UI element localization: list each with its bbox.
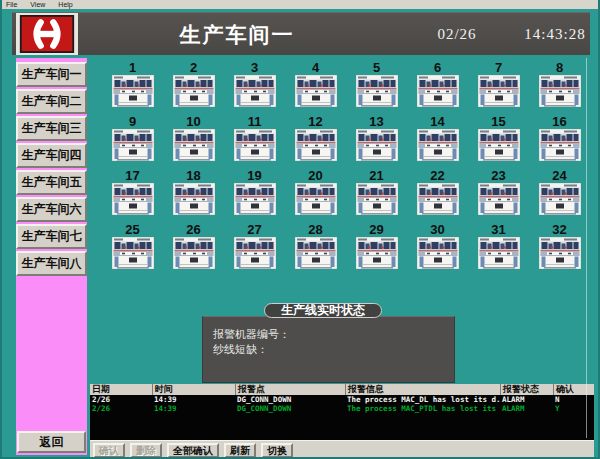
- alarm-row[interactable]: 2/26 14:39 DG_CONN_DOWN The process MAC_…: [90, 404, 594, 413]
- knitting-machine-icon: [234, 75, 276, 107]
- machine-number: 19: [247, 169, 261, 183]
- sidebar-item-workshop[interactable]: 生产车间八: [16, 251, 87, 276]
- sidebar-item-workshop[interactable]: 生产车间四: [16, 143, 87, 168]
- machine-cell[interactable]: 10: [163, 115, 224, 169]
- alarm-time-cell: 14:39: [152, 404, 235, 413]
- knitting-machine-icon: [295, 75, 337, 107]
- knitting-machine-icon: [234, 237, 276, 269]
- knitting-machine-icon: [539, 75, 581, 107]
- alarm-date-cell: 2/26: [90, 395, 152, 404]
- machine-cell[interactable]: 22: [407, 169, 468, 223]
- machine-cell[interactable]: 8: [529, 61, 590, 115]
- alarm-ack-cell: Y: [553, 404, 594, 413]
- machine-cell[interactable]: 27: [224, 223, 285, 277]
- menu-item[interactable]: File: [6, 0, 17, 9]
- machine-cell[interactable]: 12: [285, 115, 346, 169]
- alarm-status-cell: ALARM: [500, 395, 553, 404]
- alarm-point-cell: DG_CONN_DOWN: [235, 395, 345, 404]
- knitting-machine-icon: [539, 237, 581, 269]
- alarm-time-cell: 14:39: [152, 395, 235, 404]
- machine-cell[interactable]: 2: [163, 61, 224, 115]
- sidebar-item-workshop[interactable]: 生产车间一: [16, 62, 87, 87]
- machine-number: 14: [430, 115, 444, 129]
- alarm-column-header: 报警状态: [500, 384, 553, 395]
- machine-cell[interactable]: 25: [102, 223, 163, 277]
- machine-cell[interactable]: 11: [224, 115, 285, 169]
- alarm-table-body: 2/26 14:39 DG_CONN_DOWN The process MAC_…: [90, 395, 594, 440]
- machine-cell[interactable]: 9: [102, 115, 163, 169]
- knitting-machine-icon: [234, 183, 276, 215]
- machine-cell[interactable]: 20: [285, 169, 346, 223]
- machine-cell[interactable]: 30: [407, 223, 468, 277]
- machine-cell[interactable]: 13: [346, 115, 407, 169]
- machine-cell[interactable]: 1: [102, 61, 163, 115]
- menubar: FileViewHelp: [2, 0, 598, 9]
- machine-cell[interactable]: 3: [224, 61, 285, 115]
- machine-cell[interactable]: 29: [346, 223, 407, 277]
- knitting-machine-icon: [417, 75, 459, 107]
- machine-number: 4: [312, 61, 319, 75]
- machine-cell[interactable]: 16: [529, 115, 590, 169]
- brand-logo-icon: [16, 13, 78, 55]
- toolbar-button[interactable]: 切换: [261, 443, 293, 458]
- machine-cell[interactable]: 17: [102, 169, 163, 223]
- machine-number: 20: [308, 169, 322, 183]
- machine-number: 25: [125, 223, 139, 237]
- knitting-machine-icon: [478, 183, 520, 215]
- toolbar-button[interactable]: 删除: [130, 443, 162, 458]
- alarm-point-cell: DG_CONN_DOWN: [235, 404, 345, 413]
- machine-cell[interactable]: 32: [529, 223, 590, 277]
- toolbar-button[interactable]: 刷新: [224, 443, 256, 458]
- knitting-machine-icon: [356, 129, 398, 161]
- status-line: 纱线短缺：: [213, 342, 454, 357]
- machine-cell[interactable]: 21: [346, 169, 407, 223]
- toolbar-button[interactable]: 确认: [93, 443, 125, 458]
- alarm-ack-cell: N: [553, 395, 594, 404]
- machine-cell[interactable]: 26: [163, 223, 224, 277]
- alarm-message-cell: The process MAC_DL has lost its d..: [345, 395, 500, 404]
- machine-cell[interactable]: 14: [407, 115, 468, 169]
- machine-cell[interactable]: 24: [529, 169, 590, 223]
- machine-number: 15: [491, 115, 505, 129]
- machine-cell[interactable]: 4: [285, 61, 346, 115]
- knitting-machine-icon: [295, 183, 337, 215]
- alarm-column-header: 日期: [90, 384, 152, 395]
- machine-number: 16: [552, 115, 566, 129]
- alarm-date-cell: 2/26: [90, 404, 152, 413]
- alarm-row[interactable]: 2/26 14:39 DG_CONN_DOWN The process MAC_…: [90, 395, 594, 404]
- machine-number: 6: [434, 61, 441, 75]
- toolbar-button[interactable]: 全部确认: [167, 443, 219, 458]
- alarm-column-header: 报警点: [235, 384, 345, 395]
- machine-number: 22: [430, 169, 444, 183]
- machine-number: 17: [125, 169, 139, 183]
- knitting-machine-icon: [173, 129, 215, 161]
- knitting-machine-icon: [478, 75, 520, 107]
- machine-cell[interactable]: 7: [468, 61, 529, 115]
- sidebar-item-workshop[interactable]: 生产车间六: [16, 197, 87, 222]
- machine-cell[interactable]: 19: [224, 169, 285, 223]
- sidebar-item-workshop[interactable]: 生产车间五: [16, 170, 87, 195]
- machine-cell[interactable]: 31: [468, 223, 529, 277]
- machine-number: 27: [247, 223, 261, 237]
- machine-cell[interactable]: 5: [346, 61, 407, 115]
- machine-cell[interactable]: 15: [468, 115, 529, 169]
- machine-cell[interactable]: 18: [163, 169, 224, 223]
- menu-item[interactable]: Help: [58, 0, 72, 9]
- sidebar-item-workshop[interactable]: 生产车间三: [16, 116, 87, 141]
- page-title: 生产车间一: [142, 21, 332, 49]
- knitting-machine-icon: [356, 237, 398, 269]
- sidebar-item-workshop[interactable]: 生产车间二: [16, 89, 87, 114]
- machine-cell[interactable]: 23: [468, 169, 529, 223]
- knitting-machine-icon: [173, 183, 215, 215]
- machine-number: 24: [552, 169, 566, 183]
- machine-number: 23: [491, 169, 505, 183]
- machine-cell[interactable]: 6: [407, 61, 468, 115]
- back-button[interactable]: 返回: [17, 431, 86, 453]
- sidebar-item-workshop[interactable]: 生产车间七: [16, 224, 87, 249]
- menu-item[interactable]: View: [30, 0, 45, 9]
- machine-cell[interactable]: 28: [285, 223, 346, 277]
- alarm-table-header: 日期时间报警点报警信息报警状态确认: [90, 384, 594, 395]
- machine-number: 1: [129, 61, 136, 75]
- knitting-machine-icon: [417, 237, 459, 269]
- knitting-machine-icon: [417, 183, 459, 215]
